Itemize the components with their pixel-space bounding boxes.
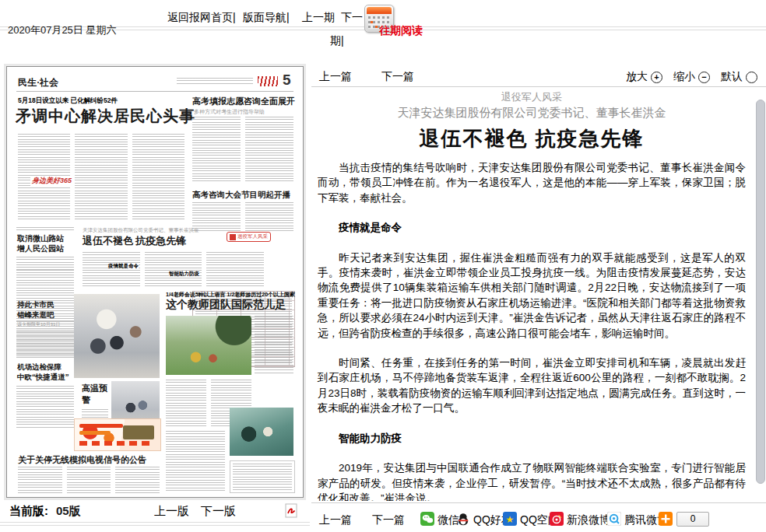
next-article-link[interactable]: 下一篇 [381, 70, 414, 84]
thumb-page-number: 5 [283, 72, 291, 89]
thumb-card-note: 该卡期限至10月31日 [17, 321, 60, 328]
thumb-metro-headline-2: 增人民公园站 [17, 243, 64, 254]
qq-icon[interactable] [456, 512, 470, 526]
thumb-border-headline-2: 中欧“快捷通道” [17, 373, 69, 383]
next-page-link[interactable]: 下一版 [201, 504, 236, 519]
zoom-in-label[interactable]: 放大 [626, 70, 648, 84]
share-prev-article-link[interactable]: 上一篇 [319, 513, 352, 527]
article-content: 退役军人风采 天津安达集团股份有限公司党委书记、董事长崔洪金 退伍不褪色 抗疫急… [313, 87, 750, 501]
epaper-reader: 2020年07月25日 星期六 返回报网首页| 版面导航| 上一期 下一 期| … [0, 0, 766, 532]
thumb-library-photo [230, 408, 293, 456]
plus-circle-icon[interactable]: + [651, 72, 662, 83]
thumb-card-headline-2: 错峰来逛吧 [17, 310, 54, 320]
newspaper-page-thumbnail[interactable]: 民生·社会 5 5月18日设立以来 已化解纠纷52件 矛调中心解决居民心头事 高… [6, 66, 304, 498]
bottom-rule-top [0, 522, 310, 523]
article-paragraph: 当抗击疫情的集结号吹响时，天津安达集团股份有限公司党委书记、董事长崔洪金闻令而动… [318, 160, 746, 205]
wechat-icon[interactable] [420, 512, 434, 526]
thumb-365-logo: 身边美好365 [30, 176, 73, 186]
page-navigation-link[interactable]: 版面导航| [243, 11, 290, 25]
pdf-icon[interactable] [285, 503, 297, 521]
thumb-exam-body [192, 117, 293, 182]
zoom-out-label[interactable]: 缩小 [673, 70, 695, 84]
prev-issue-link[interactable]: 上一期 [302, 11, 335, 25]
article-scrollbar[interactable] [756, 100, 765, 484]
next-issue-link-part1[interactable]: 下一 [341, 11, 363, 25]
share-count-badge: 0 [676, 512, 709, 527]
thumb-metro-headline-1: 取消微山路站 [17, 233, 64, 244]
thumb-teacher-headline: 这个教师团队国际范儿足 [166, 298, 286, 312]
article-paragraph: 时间紧、任务重，在接到任务的第一时间，崔洪金立即安排司机和车辆，凌晨就出发赶到石… [318, 355, 746, 416]
thumb-center-headline: 退伍不褪色 抗疫急先锋 [83, 234, 186, 248]
article-section-heading: 疫情就是命令 [318, 220, 746, 235]
article-paragraph: 2019年，安达集团与中国联通合作成立了物联网智能终端联合实验室，专门进行智能居… [318, 460, 746, 501]
sina-weibo-icon[interactable] [550, 512, 564, 526]
issue-date: 2020年07月25日 星期六 [8, 23, 116, 37]
thumb-center-subhead-2: 智能助力防疫 [169, 271, 199, 278]
thumb-grass-photo [166, 316, 251, 375]
next-issue-link-part2[interactable]: 期| [330, 34, 344, 48]
empty-circle-icon[interactable] [746, 72, 757, 83]
zoom-controls: 放大 + 缩小 − 默认 [626, 70, 757, 84]
share-next-article-link[interactable]: 下一篇 [372, 513, 405, 527]
thumb-card-headline-1: 持此卡市民 [17, 300, 54, 310]
current-page-value: 05版 [56, 504, 81, 519]
thumb-main-headline: 矛调中心解决居民心头事 [16, 106, 195, 127]
thumb-main-kicker: 5月18日设立以来 已化解纠纷52件 [18, 96, 118, 106]
thumb-section-title: 民生·社会 [18, 76, 58, 89]
qzone-icon[interactable]: ★ [503, 512, 517, 526]
thumb-center-subhead-1: 疫情就是命令 [108, 263, 139, 270]
thumb-heat-warning: 高温预警 [82, 383, 108, 406]
calendar-icon-band [367, 7, 392, 14]
minus-circle-icon[interactable]: − [698, 72, 710, 83]
bottom-rule-bottom [0, 525, 310, 526]
current-page-label: 当前版: [9, 504, 48, 519]
thumb-street-photo [74, 294, 160, 378]
thumb-tv-headline: 高考咨询大会节目明起开播 [192, 190, 290, 201]
thumb-center-kicker: 天津安达集团股份有限公司党委书记、董事长崔洪金 [83, 227, 199, 234]
thumb-info-box [230, 460, 295, 493]
svg-text:★: ★ [506, 514, 515, 525]
thumb-masthead-info [177, 78, 253, 86]
badge-square-icon [230, 234, 236, 240]
thumb-exam-subhead: 多种方式对考生进行指导帮助 [194, 108, 265, 116]
tencent-weibo-icon[interactable] [607, 512, 621, 526]
prev-article-link[interactable]: 上一篇 [319, 70, 352, 84]
thumb-exam-headline: 高考填报志愿咨询全面展开 [192, 96, 295, 107]
thumb-paper-logo [258, 76, 278, 86]
zoom-default-label[interactable]: 默认 [721, 70, 743, 84]
article-body: 当抗击疫情的集结号吹响时，天津安达集团股份有限公司党委书记、董事长崔洪金闻令而动… [313, 160, 750, 501]
share-more-icon[interactable] [659, 512, 673, 526]
home-link[interactable]: 返回报网首页| [167, 11, 236, 25]
article-paragraph: 昨天记者来到安达集团，握住崔洪金粗糙而强有力的双手就能感受到，这是军人的双手。疫… [318, 250, 746, 341]
article-title: 退伍不褪色 抗疫急先锋 [313, 125, 750, 152]
article-sub-title: 天津安达集团股份有限公司党委书记、董事长崔洪金 [313, 106, 750, 121]
article-section-heading: 智能助力防疫 [318, 431, 746, 446]
sharebar-divider [311, 502, 766, 503]
past-issues-link[interactable]: 往期阅读 [379, 24, 423, 38]
thumb-center-body [83, 252, 264, 288]
thumb-border-headline-1: 机场边检保障 [17, 362, 61, 373]
prev-page-link[interactable]: 上一版 [154, 504, 189, 519]
share-sina-label[interactable]: 新浪微博 [567, 513, 610, 527]
article-pre-title: 退役军人风采 [313, 90, 750, 104]
thumb-advertisement [74, 418, 161, 451]
thumb-notice-headline: 关于关停无线模拟电视信号的公告 [18, 454, 146, 466]
